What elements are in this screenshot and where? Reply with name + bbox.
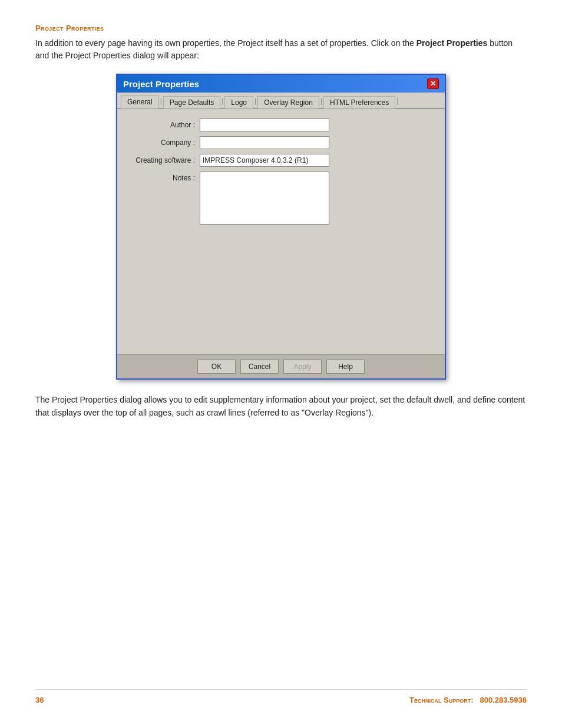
- creating-software-label: Creating software :: [129, 156, 200, 164]
- dialog-close-button[interactable]: ✕: [427, 78, 439, 89]
- tab-page-defaults[interactable]: Page Defaults: [163, 96, 220, 108]
- section-title: Project Properties: [35, 24, 527, 32]
- footer-page-number: 36: [35, 696, 44, 704]
- support-phone: 800.283.5936: [480, 696, 527, 704]
- company-label: Company :: [129, 139, 200, 147]
- tab-divider-1: |: [160, 97, 162, 106]
- author-input[interactable]: [200, 118, 329, 131]
- tab-divider-4: |: [320, 97, 322, 106]
- dialog-titlebar: Project Properties ✕: [117, 75, 445, 93]
- form-area: Author : Company : Creating software : N…: [117, 109, 445, 236]
- dialog-footer: OK Cancel Apply Help: [117, 354, 445, 378]
- notes-row: Notes :: [129, 172, 433, 225]
- ok-button[interactable]: OK: [197, 360, 236, 374]
- cancel-button[interactable]: Cancel: [240, 360, 279, 374]
- tab-divider-5: |: [396, 97, 398, 106]
- author-label: Author :: [129, 121, 200, 129]
- tab-divider-3: |: [254, 97, 256, 106]
- tab-overlay-region[interactable]: Overlay Region: [257, 96, 319, 108]
- apply-button[interactable]: Apply: [283, 360, 322, 374]
- help-button[interactable]: Help: [326, 360, 365, 374]
- footer-support: Technical Support: 800.283.5936: [409, 696, 527, 704]
- tabs-bar: General | Page Defaults | Logo | Overlay…: [117, 93, 445, 109]
- company-row: Company :: [129, 136, 433, 149]
- dialog-spacer: [117, 236, 445, 354]
- notes-label: Notes :: [129, 172, 200, 182]
- page-footer: 36 Technical Support: 800.283.5936: [35, 689, 527, 704]
- dialog-wrapper: Project Properties ✕ General | Page Defa…: [35, 74, 527, 380]
- page-num: 36: [35, 696, 44, 704]
- support-label: Technical Support:: [409, 696, 474, 704]
- intro-text-before: In addition to every page having its own…: [35, 38, 416, 48]
- notes-textarea[interactable]: [200, 172, 329, 225]
- body-text: The Project Properties dialog allows you…: [35, 394, 527, 419]
- intro-paragraph: In addition to every page having its own…: [35, 37, 527, 62]
- tab-logo[interactable]: Logo: [224, 96, 253, 108]
- project-properties-dialog: Project Properties ✕ General | Page Defa…: [116, 74, 446, 380]
- company-input[interactable]: [200, 136, 329, 149]
- dialog-title: Project Properties: [123, 79, 199, 89]
- tab-general[interactable]: General: [121, 95, 159, 108]
- author-row: Author :: [129, 118, 433, 131]
- creating-software-input[interactable]: [200, 154, 329, 167]
- tab-divider-2: |: [222, 97, 223, 106]
- intro-bold: Project Properties: [416, 38, 488, 48]
- creating-software-row: Creating software :: [129, 154, 433, 167]
- tab-html-preferences[interactable]: HTML Preferences: [323, 96, 395, 108]
